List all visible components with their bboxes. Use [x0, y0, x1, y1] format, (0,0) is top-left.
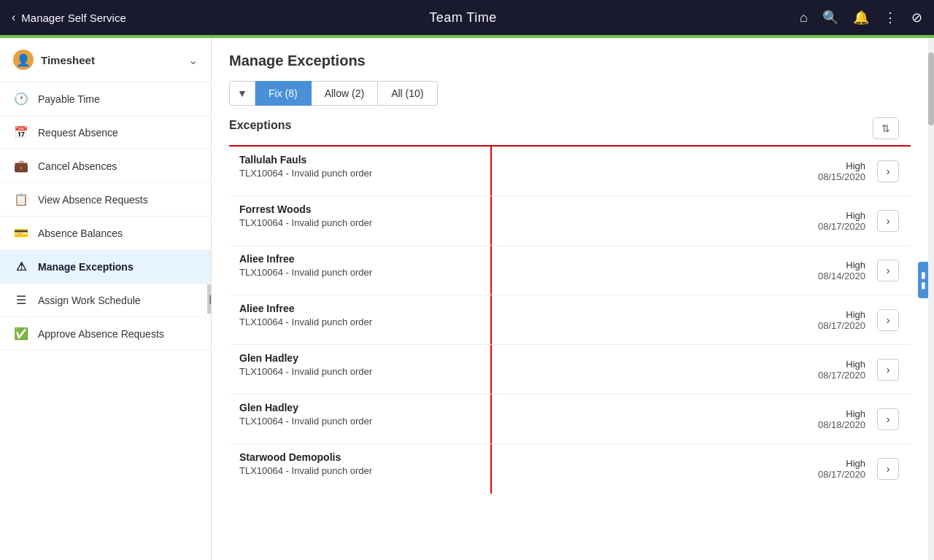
sidebar-item-approve-absence-requests[interactable]: ✅ Approve Absence Requests	[0, 317, 211, 351]
severity: High	[818, 408, 865, 419]
scrollbar-track[interactable]	[928, 38, 934, 560]
back-label[interactable]: Manager Self Service	[21, 12, 126, 24]
right-panel-button[interactable]: ▮▮	[918, 262, 928, 298]
sidebar-item-label: Payable Time	[38, 93, 100, 105]
tab-all[interactable]: All (10)	[378, 81, 437, 106]
sidebar-item-label: Cancel Absences	[38, 160, 117, 172]
payable-time-icon: 🕐	[13, 92, 29, 106]
exception-code: TLX10064 - Invalid punch order	[239, 316, 480, 327]
exceptions-title: Exceptions	[229, 119, 291, 132]
exception-name: Glen Hadley	[239, 402, 480, 413]
row-right-6: High 08/18/2020 ›	[492, 394, 911, 443]
table-row[interactable]: Glen Hadley TLX10064 - Invalid punch ord…	[229, 345, 911, 394]
top-header: ‹ Manager Self Service Team Time ⌂ 🔍 🔔 ⋮…	[0, 0, 934, 35]
approve-absence-icon: ✅	[13, 327, 29, 341]
header-title: Team Time	[429, 10, 497, 26]
filter-icon-button[interactable]: ▼	[229, 81, 255, 106]
exception-name: Tallulah Fauls	[239, 154, 480, 166]
sidebar-item-request-absence[interactable]: 📅 Request Absence	[0, 116, 211, 149]
row-right-2: High 08/17/2020 ›	[492, 196, 911, 245]
manage-exceptions-icon: ⚠	[13, 260, 29, 273]
sidebar-item-assign-work-schedule[interactable]: ☰ Assign Work Schedule	[0, 284, 211, 317]
row-left-7: Starwood Demopolis TLX10064 - Invalid pu…	[229, 444, 492, 494]
sidebar-item-label: Assign Work Schedule	[38, 295, 141, 306]
sidebar-item-absence-balances[interactable]: 💳 Absence Balances	[0, 217, 211, 250]
table-row[interactable]: Forrest Woods TLX10064 - Invalid punch o…	[229, 196, 911, 246]
table-row[interactable]: Aliee Infree TLX10064 - Invalid punch or…	[229, 246, 911, 295]
exception-code: TLX10064 - Invalid punch order	[239, 267, 480, 278]
date: 08/15/2020	[818, 171, 865, 182]
sidebar-item-payable-time[interactable]: 🕐 Payable Time	[0, 82, 211, 116]
filter-icon: ▼	[237, 88, 247, 99]
table-row[interactable]: Aliee Infree TLX10064 - Invalid punch or…	[229, 295, 911, 345]
sidebar-item-label: Approve Absence Requests	[38, 328, 164, 340]
date: 08/17/2020	[818, 320, 865, 331]
row-left-5: Glen Hadley TLX10064 - Invalid punch ord…	[229, 345, 492, 394]
main-layout: 👤 Timesheet ⌄ 🕐 Payable Time 📅 Request A…	[0, 38, 934, 560]
main-content: Manage Exceptions ▼ Fix (8) Allow (2) Al…	[212, 38, 928, 560]
row-right-4: High 08/17/2020 ›	[492, 295, 911, 344]
row-arrow-button[interactable]: ›	[877, 309, 899, 331]
table-row[interactable]: Tallulah Fauls TLX10064 - Invalid punch …	[229, 147, 911, 196]
header-right: ⌂ 🔍 🔔 ⋮ ⊘	[800, 9, 922, 26]
sidebar-item-label: Manage Exceptions	[38, 261, 134, 273]
severity: High	[818, 210, 865, 221]
exception-code: TLX10064 - Invalid punch order	[239, 416, 480, 427]
sidebar-item-view-absence-requests[interactable]: 📋 View Absence Requests	[0, 183, 211, 217]
search-icon[interactable]: 🔍	[822, 9, 838, 26]
row-info: High 08/17/2020	[818, 458, 865, 480]
more-icon[interactable]: ⋮	[884, 9, 897, 26]
exception-code: TLX10064 - Invalid punch order	[239, 465, 480, 476]
exception-code: TLX10064 - Invalid punch order	[239, 366, 480, 377]
view-absence-icon: 📋	[13, 192, 29, 206]
row-info: High 08/15/2020	[818, 160, 865, 182]
tab-fix[interactable]: Fix (8)	[255, 81, 312, 106]
row-arrow-button[interactable]: ›	[877, 359, 899, 381]
date: 08/17/2020	[818, 221, 865, 232]
scrollbar-thumb	[928, 52, 934, 125]
sort-button[interactable]: ⇅	[873, 117, 899, 139]
tab-allow[interactable]: Allow (2)	[312, 81, 378, 106]
severity: High	[818, 160, 865, 171]
row-info: High 08/17/2020	[818, 210, 865, 232]
sidebar-item-label: View Absence Requests	[38, 194, 148, 206]
row-info: High 08/14/2020	[818, 260, 865, 281]
sidebar-item-manage-exceptions[interactable]: ⚠ Manage Exceptions	[0, 250, 211, 284]
page-title: Manage Exceptions	[229, 52, 911, 69]
block-icon[interactable]: ⊘	[911, 9, 922, 26]
date: 08/18/2020	[818, 419, 865, 430]
sidebar-header: 👤 Timesheet ⌄	[0, 38, 211, 82]
row-info: High 08/18/2020	[818, 408, 865, 430]
table-row[interactable]: Glen Hadley TLX10064 - Invalid punch ord…	[229, 394, 911, 444]
exception-name: Aliee Infree	[239, 253, 480, 265]
row-right-7: High 08/17/2020 ›	[492, 444, 911, 494]
date: 08/14/2020	[818, 271, 865, 281]
sidebar-item-label: Absence Balances	[38, 228, 123, 239]
sidebar: 👤 Timesheet ⌄ 🕐 Payable Time 📅 Request A…	[0, 38, 212, 560]
severity: High	[818, 359, 865, 370]
row-arrow-button[interactable]: ›	[877, 458, 899, 480]
sidebar-item-label: Request Absence	[38, 127, 118, 139]
sidebar-chevron-icon[interactable]: ⌄	[188, 53, 198, 67]
back-icon[interactable]: ‹	[12, 11, 15, 24]
date: 08/17/2020	[818, 370, 865, 381]
sidebar-item-cancel-absences[interactable]: 💼 Cancel Absences	[0, 149, 211, 183]
row-arrow-button[interactable]: ›	[877, 210, 899, 232]
table-row[interactable]: Starwood Demopolis TLX10064 - Invalid pu…	[229, 444, 911, 494]
row-right-5: High 08/17/2020 ›	[492, 345, 911, 394]
sidebar-header-title: Timesheet	[41, 54, 95, 66]
row-arrow-button[interactable]: ›	[877, 408, 899, 430]
absence-balances-icon: 💳	[13, 226, 29, 240]
bell-icon[interactable]: 🔔	[853, 9, 869, 26]
row-right-1: High 08/15/2020 ›	[492, 147, 911, 195]
row-right-3: High 08/14/2020 ›	[492, 246, 911, 295]
request-absence-icon: 📅	[13, 125, 29, 139]
home-icon[interactable]: ⌂	[800, 10, 808, 26]
date: 08/17/2020	[818, 469, 865, 480]
row-left-1: Tallulah Fauls TLX10064 - Invalid punch …	[229, 147, 492, 195]
header-left: ‹ Manager Self Service	[12, 11, 126, 24]
sort-icon: ⇅	[881, 122, 890, 134]
row-info: High 08/17/2020	[818, 309, 865, 331]
row-arrow-button[interactable]: ›	[877, 260, 899, 281]
row-arrow-button[interactable]: ›	[877, 160, 899, 182]
